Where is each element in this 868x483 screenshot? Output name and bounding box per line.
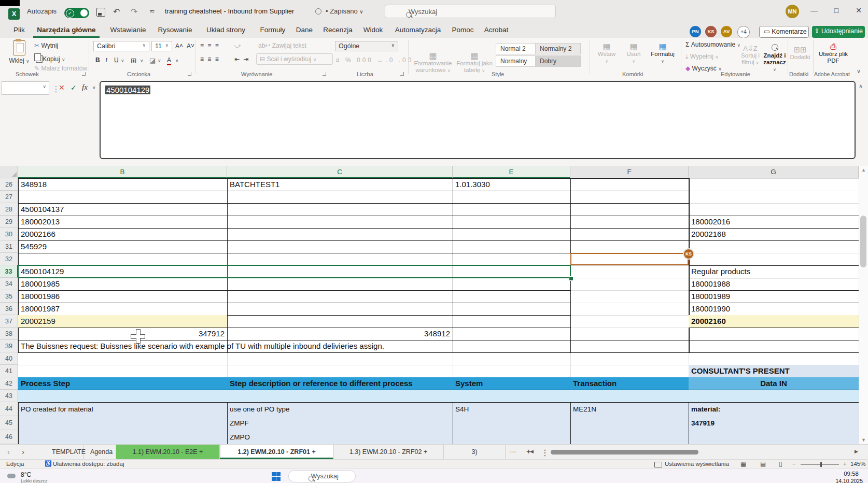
merge-center-button[interactable]: ⊟ Scal i wyśrodkuj ∨ (256, 53, 333, 65)
row-header-42[interactable]: 42 (0, 377, 18, 390)
bold-button[interactable]: B (95, 56, 100, 64)
scroll-down-icon[interactable]: ▼ (861, 437, 866, 443)
cell-C38[interactable]: 348912 (227, 328, 453, 340)
row-header-44[interactable]: 44 (0, 402, 18, 416)
number-format-icons[interactable]: ¤ % 000 ←.0 .00→ (336, 56, 422, 64)
style-dobry[interactable]: Dobry (535, 55, 581, 67)
scroll-up-icon[interactable]: ▲ (861, 167, 866, 173)
hscroll-right-icon[interactable]: ▶ (855, 449, 858, 454)
row-header-39[interactable]: 39 (0, 340, 18, 352)
underline-button[interactable]: U (114, 56, 119, 64)
cell-F42[interactable]: Transaction (570, 377, 689, 390)
row-header-40[interactable]: 40 (0, 352, 18, 365)
align-horizontal-icons[interactable]: ≡ ≡ ≡ (200, 55, 220, 63)
hscroll-left-icon[interactable]: ◀ (530, 449, 534, 454)
cell-B35[interactable]: 180001986 (18, 290, 227, 303)
avatar-current-user[interactable]: MN (786, 5, 799, 18)
cell-C26[interactable]: BATCHTEST1 (227, 178, 453, 191)
row-header-43[interactable]: 43 (0, 390, 18, 402)
avatar-pn[interactable]: PN (690, 26, 701, 37)
clear-button[interactable]: ◆ Wyczyść ∨ (685, 65, 722, 72)
zoom-slider-knob[interactable] (820, 462, 822, 467)
row-header-33[interactable]: 33 (0, 265, 18, 278)
selection-fill-handle[interactable] (569, 276, 573, 281)
cell-C46[interactable]: ZMPO (227, 430, 453, 444)
cell-G30[interactable]: 20002168 (689, 228, 859, 240)
collaborator-badge[interactable]: KS (683, 248, 694, 260)
cell-G29[interactable]: 180002016 (689, 216, 859, 228)
collapse-formula-bar-icon[interactable]: ∧ (859, 83, 863, 90)
fill-color-button[interactable]: ◪ (149, 56, 156, 64)
ribbon-tab-plik[interactable]: Plik (7, 23, 31, 38)
cell-G41[interactable]: CONSULTANT'S PRESENT (689, 365, 859, 377)
cell-E44[interactable]: S4H (453, 402, 570, 416)
ribbon-tab-wstawianie[interactable]: Wstawianie (105, 23, 151, 38)
format-painter-button[interactable]: ✎ Malarz formatów (34, 65, 87, 72)
number-dialog-launcher[interactable] (400, 72, 404, 76)
row-header-41[interactable]: 41 (0, 365, 18, 377)
cell-B42[interactable]: Process Step (18, 377, 227, 390)
row-header-46[interactable]: 46 (0, 430, 18, 444)
clipboard-dialog-launcher[interactable] (82, 72, 86, 76)
taskbar-search-box[interactable]: Wyszukaj (288, 470, 356, 482)
sheet-menu-icon[interactable]: ⋮ (541, 448, 549, 458)
cell-B36[interactable]: 180001987 (18, 303, 227, 315)
sheet-nav-next-icon[interactable]: › (22, 447, 24, 456)
align-top-icons[interactable]: ≡ ≡ ≡ (200, 42, 220, 49)
ribbon-tab-recenzja[interactable]: Recenzja (318, 23, 357, 38)
cell-B26[interactable]: 348918 (18, 178, 227, 191)
cut-button[interactable]: ✂ Wytnij (34, 42, 58, 49)
zoom-out-button[interactable]: − (792, 461, 796, 467)
vertical-scrollbar[interactable] (859, 166, 868, 444)
row-header-26[interactable]: 26 (0, 178, 18, 191)
accessibility-status[interactable]: Ułatwienia dostępu: zbadaj (53, 461, 124, 467)
cell-G35[interactable]: 180001989 (689, 290, 859, 303)
save-icon[interactable] (96, 8, 105, 17)
cell-B44[interactable]: PO created for material (18, 402, 227, 416)
sheet-tab-1-2-ewm-20-10-zrf01-zrep05[interactable]: 1.2) EWM.20.10 - ZRF01 + ZREP05 (220, 445, 333, 459)
ribbon-tab-narz-dzia-g-wne[interactable]: Narzędzia główne (33, 23, 100, 38)
cell-B30[interactable]: 20002166 (18, 228, 227, 240)
column-header-F[interactable]: F (570, 166, 689, 178)
addins-button[interactable]: ⊞⊞Dodatki (788, 46, 812, 61)
style-normalny[interactable]: Normalny (496, 55, 541, 67)
ribbon-tab-dane[interactable]: Dane (292, 23, 316, 38)
shrink-font-button[interactable]: A˅ (187, 42, 194, 50)
conditional-formatting-button[interactable]: ▦Formatowanie warunkowe ∨ (413, 52, 453, 74)
wrap-text-button[interactable]: ab↩ Zawijaj tekst (258, 42, 306, 49)
row-header-38[interactable]: 38 (0, 328, 18, 340)
cell-G45[interactable]: 347919 (689, 416, 859, 430)
ribbon-tab-widok[interactable]: Widok (359, 23, 387, 38)
font-name-select[interactable]: Calibri∨ (93, 41, 149, 51)
delete-cells-button[interactable]: ▦Usuń∨ (621, 43, 646, 65)
find-select-button[interactable]: Znajdź i zaznacz ∨ (762, 44, 787, 73)
page-layout-view-icon[interactable]: ▤ (760, 460, 766, 467)
row-header-37[interactable]: 37 (0, 315, 18, 328)
cell-G34[interactable]: 180001988 (689, 278, 859, 290)
weather-temp[interactable]: 8°C (21, 471, 31, 478)
borders-button[interactable]: ⊞ (131, 56, 137, 65)
row-header-29[interactable]: 29 (0, 216, 18, 228)
windows-start-button[interactable] (272, 472, 281, 481)
fx-menu-icon[interactable]: ∨ (92, 85, 96, 90)
vertical-scroll-thumb[interactable] (860, 216, 866, 267)
row-header-36[interactable]: 36 (0, 303, 18, 315)
cell-E26[interactable]: 1.01.3030 (453, 178, 570, 191)
display-settings-label[interactable]: Ustawienia wyświetlania (665, 461, 729, 467)
cell-G33[interactable]: Regular products (689, 265, 859, 278)
cell-G37[interactable]: 20002160 (689, 315, 859, 328)
cell-F44[interactable]: ME21N (570, 402, 689, 416)
cell-C42[interactable]: Step description or reference to differe… (227, 377, 453, 390)
redo-icon[interactable]: ↷ (131, 7, 137, 17)
font-dialog-launcher[interactable] (188, 72, 191, 76)
format-cells-button[interactable]: ▦Formatuj∨ (648, 43, 677, 65)
fill-button[interactable]: ⤓ Wypełnij ∨ (685, 53, 719, 60)
cell-G42[interactable]: Data IN (689, 377, 859, 390)
ribbon-tab-automatyzacja[interactable]: Automatyzacja (389, 23, 447, 38)
column-header-B[interactable]: B (18, 166, 227, 178)
row-header-45[interactable]: 45 (0, 416, 18, 430)
cell-B37[interactable]: 20002159 (18, 315, 227, 328)
undo-icon[interactable]: ↶ (113, 7, 120, 17)
italic-button[interactable]: I (105, 56, 107, 64)
column-header-E[interactable]: E (453, 166, 570, 178)
